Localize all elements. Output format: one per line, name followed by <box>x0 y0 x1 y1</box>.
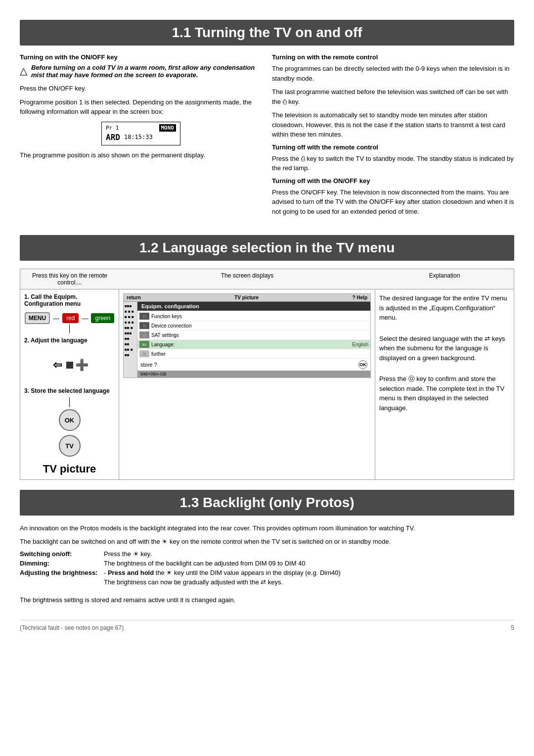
screen-time: 18:15:33 <box>124 134 153 141</box>
section-13-title: 1.3 Backlight (only Protos) <box>20 490 514 516</box>
row-label-0: Function keys <box>151 314 368 319</box>
section-12-table: Press this key on the remote control....… <box>20 269 514 480</box>
backlight-text2: The backlight can be switched on and off… <box>20 537 514 547</box>
tv-menu-row-4: □ further <box>137 349 370 359</box>
nav-left: ⇦ <box>51 359 63 371</box>
heading-remote-off: Turning off with the remote control <box>272 143 514 151</box>
explanation-text2: Select the desired language with the ⇄ k… <box>379 334 510 363</box>
sidebar-item6: ■■■ <box>125 331 136 335</box>
topbar-help: ? Help <box>352 295 367 300</box>
store-label: store ? <box>140 362 157 368</box>
section-11-title: 1.1 Turning the TV on and off <box>20 20 514 46</box>
dash-separator: — <box>53 315 59 322</box>
backlight-text1: An innovation on the Protos models is th… <box>20 523 514 534</box>
switching-value: Press the ☀ key. <box>104 550 514 558</box>
row-icon-1: □ <box>139 322 149 329</box>
brightness-stored-text: The brightness setting is stored and rem… <box>20 595 514 606</box>
tv-menu-row-3-highlighted: AV Language: English <box>137 340 370 349</box>
red-button[interactable]: red <box>62 313 79 323</box>
section-11-content: Turning on with the ON/OFF key △ Before … <box>20 53 514 220</box>
press-onoff-text: Press the ON/OFF key. <box>20 84 262 94</box>
row-icon-4: □ <box>139 350 149 357</box>
screen-row-ard: ARD 18:15:33 <box>106 132 176 143</box>
nav-up <box>64 347 76 359</box>
adjusting-bold1: Press and hold <box>108 569 154 576</box>
row-icon-3: AV <box>139 341 149 348</box>
lang-col1-body: 1. Call the Equipm. Configuration menu M… <box>20 289 119 479</box>
col2-header: The screen displays <box>119 269 375 289</box>
ok-small-button[interactable]: OK <box>358 360 367 369</box>
row-label-2: SAT settings <box>151 332 368 338</box>
adjusting-row1: Adjusting the brightness: - Press and ho… <box>20 569 514 576</box>
sidebar-item10: ■■ <box>125 353 136 357</box>
tv-sidebar: ■■■ ■ ■ ■ ■ ■ ■ ■ ■ ■ ■■ ■ ■■■ ■■ ■■ ■■ … <box>124 302 137 378</box>
equipm-config-header: Equipm. configuration <box>137 302 370 311</box>
tv-menu-bottom: 696+09A-GB <box>137 371 370 378</box>
ok-button-large[interactable]: OK <box>59 409 81 431</box>
tv-menu-screenshot: return TV picture ? Help ■■■ ■ ■ ■ ■ ■ ■… <box>123 293 371 378</box>
dimming-row: Dimming: The brightness of the backlight… <box>20 560 514 567</box>
dimming-label: Dimming: <box>20 560 99 567</box>
row-icon-0: □ <box>139 313 149 320</box>
row-label-4: further <box>151 351 368 357</box>
dash2-separator: — <box>82 315 88 322</box>
nav-topright <box>76 347 88 359</box>
tv-menu-row-1: □ Device connection <box>137 321 370 331</box>
sidebar-item8: ■■ <box>125 342 136 346</box>
ok-store-group: OK <box>358 360 367 369</box>
adjusting-label-spacer <box>20 578 99 586</box>
sidebar-item9: ■■ ■ <box>125 347 136 352</box>
step3-label: 3. Store the selected language <box>24 387 115 394</box>
page-number: 5 <box>511 624 514 631</box>
remote-on-text2: The last programme watched before the te… <box>272 87 514 106</box>
explanation-text1: The desired language for the entire TV m… <box>379 293 510 323</box>
vertical-line <box>69 324 70 333</box>
lang-col3-body: The desired language for the entire TV m… <box>375 289 514 479</box>
warning-box: △ Before turning on a cold TV in a warm … <box>20 64 262 79</box>
explanation-text3: Press the ⓞ key to confirm and store the… <box>379 374 510 413</box>
col-left: Turning on with the ON/OFF key △ Before … <box>20 53 262 220</box>
nav-center <box>64 359 76 371</box>
step1: 1. Call the Equipm. Configuration menu M… <box>24 293 115 333</box>
menu-tree: MENU — red — green <box>24 312 115 333</box>
switching-label: Switching on/off: <box>20 550 99 558</box>
col-right: Turning on with the remote control The p… <box>272 53 514 220</box>
sidebar-item5: ■■ ■ <box>125 326 136 330</box>
tv-menu-main: Equipm. configuration □ Function keys □ … <box>137 302 370 378</box>
sidebar-item2: ■ ■ ■ <box>125 309 136 314</box>
tv-menu-row-2: □ SAT settings <box>137 331 370 340</box>
switching-row: Switching on/off: Press the ☀ key. <box>20 550 514 558</box>
row-value-3: English <box>352 342 368 347</box>
tv-picture-label: TV picture <box>43 463 96 475</box>
topbar-tv: TV picture <box>234 295 259 300</box>
screen-display-box: Pr 1 MONO ARD 18:15:33 <box>101 122 180 145</box>
ard-text: ARD <box>106 133 120 142</box>
adjusting-value2: The brightness can now be gradually adju… <box>104 578 514 586</box>
heading-remote-on: Turning on with the remote control <box>272 53 514 61</box>
sidebar-item3: ■ ■ ■ <box>125 315 136 319</box>
section-13-content: An innovation on the Protos models is th… <box>20 523 514 605</box>
warning-text: Before turning on a cold TV in a warm ro… <box>31 64 262 79</box>
adjusting-label: Adjusting the brightness: <box>20 569 99 576</box>
green-button[interactable]: green <box>91 313 114 323</box>
nav-center-block <box>66 362 73 369</box>
heading-on-off-key: Turning on with the ON/OFF key <box>20 53 262 61</box>
programme-text1: Programme position 1 is then selected. D… <box>20 97 262 117</box>
nav-bottomleft <box>51 372 63 383</box>
adjusting-value1: - Press and hold the ☀ key until the DIM… <box>104 569 514 576</box>
col3-header: Explanation <box>375 269 514 289</box>
col1-header: Press this key on the remote control.... <box>20 269 119 289</box>
dimming-value: The brightness of the backlight can be a… <box>104 560 514 567</box>
adjusting-row2: The brightness can now be gradually adju… <box>20 578 514 586</box>
step3-buttons: OK TV TV picture <box>24 397 115 475</box>
menu-button[interactable]: MENU <box>25 312 50 324</box>
nav-right: ➕ <box>76 359 88 371</box>
tv-topbar: return TV picture ? Help <box>124 294 370 302</box>
row-icon-label-2: □ <box>143 333 145 337</box>
technical-note: (Technical fault - see notes on page 67) <box>20 624 124 631</box>
pr-label: Pr 1 <box>106 125 119 131</box>
tv-button-large[interactable]: TV <box>59 435 81 457</box>
warning-triangle-icon: △ <box>20 65 27 77</box>
topbar-return: return <box>127 295 141 300</box>
nav-topleft <box>51 347 63 359</box>
